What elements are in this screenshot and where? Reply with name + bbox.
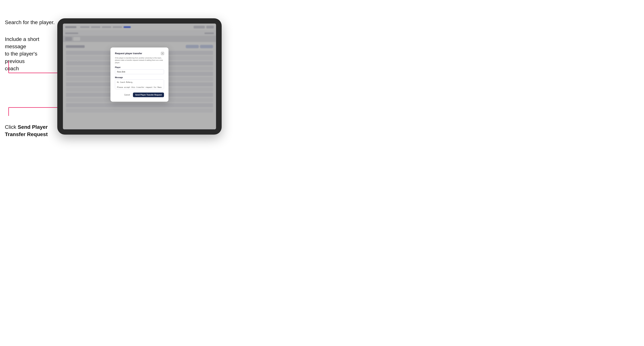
annotation-message: Include a short message to the player's … [5,35,57,72]
player-label: Player [115,66,164,68]
modal-overlay: Request player transfer × If the player … [63,23,216,129]
modal-close-button[interactable]: × [161,52,164,55]
annotation-search: Search for the player. [5,19,55,26]
cancel-button[interactable]: Cancel [122,93,132,97]
send-transfer-button[interactable]: Send Player Transfer Request [133,93,164,97]
transfer-request-modal: Request player transfer × If the player … [110,47,168,102]
modal-title: Request player transfer [115,52,142,55]
modal-header: Request player transfer × [115,52,164,55]
message-textarea[interactable]: Hi Coach McHarg, Please accept this tran… [115,79,164,89]
message-label: Message [115,76,164,78]
tablet-device: Request player transfer × If the player … [57,18,222,135]
modal-footer: Cancel Send Player Transfer Request [115,93,164,97]
modal-description: If the player is transferring from anoth… [115,57,164,64]
tablet-screen: Request player transfer × If the player … [63,23,216,129]
player-input[interactable] [115,69,164,74]
annotation-click: Click Send Player Transfer Request [5,123,48,138]
